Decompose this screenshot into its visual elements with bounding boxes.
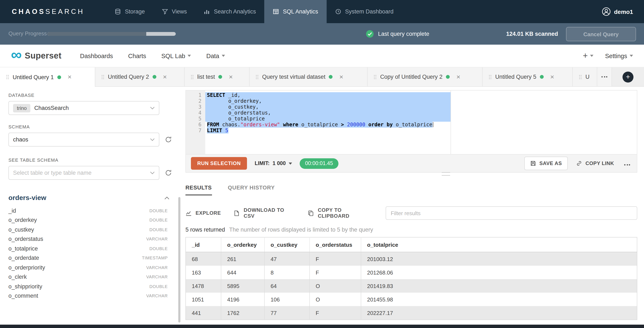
superset-header-right: + Settings — [583, 51, 633, 61]
refresh-tables-icon[interactable] — [165, 169, 172, 176]
code-token: o_custkey, — [207, 104, 259, 110]
results-tab-query-history[interactable]: QUERY HISTORY — [228, 184, 275, 195]
editor-code: SELECT _id, o_orderkey, o_custkey, o_ord… — [205, 92, 637, 154]
query-tab-1[interactable]: Untitled Query 1× — [0, 67, 95, 87]
table-cell: 68 — [186, 252, 221, 266]
copy-link-label: COPY LINK — [586, 160, 614, 166]
column-header[interactable]: o_orderkey — [221, 237, 264, 252]
query-tab-3[interactable]: list test× — [184, 67, 250, 86]
superset-logo[interactable]: ∞ Superset — [11, 49, 62, 62]
copy-link-button[interactable]: COPY LINK — [576, 160, 614, 166]
query-tab-7[interactable]: U — [573, 67, 597, 86]
save-as-label: SAVE AS — [539, 160, 562, 166]
column-header[interactable]: o_orderstatus — [310, 237, 361, 252]
grip-icon — [579, 74, 582, 80]
topnav-item-views[interactable]: Views — [153, 0, 195, 23]
download-to-csv-button[interactable]: DOWNLOAD TO CSV — [234, 207, 295, 219]
user-menu[interactable]: demo1 — [591, 0, 644, 23]
run-selection-button[interactable]: RUN SELECTION — [191, 157, 247, 170]
results-tab-results[interactable]: RESULTS — [186, 184, 212, 195]
refresh-schema-icon[interactable] — [165, 136, 172, 143]
tab-label: U — [586, 74, 590, 80]
code-token: order — [368, 122, 384, 128]
top-navbar: CHAOSSEARCH StorageViewsSearch Analytics… — [0, 0, 644, 23]
grip-icon — [374, 74, 377, 80]
query-tab-6[interactable]: Untitled Query 5× — [482, 67, 573, 86]
collapse-table-icon[interactable] — [164, 196, 173, 200]
sidebar-scrollbar[interactable] — [178, 197, 180, 323]
more-options-button[interactable] — [622, 160, 632, 167]
resize-handle[interactable] — [442, 172, 450, 176]
new-tab-button[interactable]: + — [622, 71, 634, 82]
filter-results-input[interactable] — [386, 206, 637, 220]
settings-label: Settings — [605, 52, 627, 59]
superset-header: ∞ Superset DashboardsChartsSQL LabData +… — [0, 45, 644, 67]
column-header[interactable]: o_custkey — [264, 237, 310, 252]
superset-nav-dashboards[interactable]: Dashboards — [80, 52, 113, 59]
superset-nav-data[interactable]: Data — [206, 52, 225, 59]
user-label: demo1 — [614, 8, 633, 15]
tab-close-icon[interactable]: × — [550, 73, 554, 80]
topnav-item-label: Search Analytics — [214, 8, 256, 15]
progress-track — [47, 32, 176, 36]
tab-overflow-button[interactable] — [597, 67, 612, 86]
topnav-item-system-dashboard[interactable]: System Dashboard — [327, 0, 402, 23]
search-analytics-icon — [204, 8, 210, 15]
superset-nav-label: Data — [206, 52, 219, 59]
gutter-line-number: 7 — [186, 128, 205, 133]
limit-dropdown[interactable]: LIMIT: 1 000 — [254, 160, 292, 166]
table-cell: 77 — [264, 306, 310, 320]
table-schema-header[interactable]: orders-view — [8, 194, 173, 202]
code-token: SELECT — [207, 92, 225, 98]
settings-menu[interactable]: Settings — [605, 52, 633, 59]
column-type: VARCHAR — [146, 237, 168, 242]
tab-close-icon[interactable]: × — [68, 74, 72, 80]
tab-status-dot — [57, 75, 61, 79]
query-tab-4[interactable]: Query test virtual dataset× — [250, 67, 368, 86]
save-as-button[interactable]: SAVE AS — [524, 157, 568, 170]
table-cell: 201455.98 — [361, 293, 637, 306]
table-row: 1478589564O201419.83 — [186, 279, 637, 293]
tab-status-dot — [152, 75, 156, 79]
explore-button[interactable]: EXPLORE — [186, 210, 221, 216]
superset-nav-label: SQL Lab — [162, 52, 185, 59]
rows-limit-note: The number of rows displayed is limited … — [229, 227, 373, 233]
add-new-button[interactable]: + — [583, 51, 593, 61]
tab-close-icon[interactable]: × — [339, 73, 343, 80]
sql-editor[interactable]: 1234567 SELECT _id, o_orderkey, o_custke… — [186, 90, 637, 154]
system-dashboard-icon — [335, 8, 342, 15]
table-column-row: o_totalpriceDOUBLE — [8, 244, 173, 253]
table-row: 6826147F201003.12 — [186, 252, 637, 266]
copy-to-clipboard-button[interactable]: COPY TO CLIPBOARD — [308, 207, 373, 219]
superset-nav-sql-lab[interactable]: SQL Lab — [162, 52, 191, 59]
database-select[interactable]: trino ChaosSearch — [8, 101, 159, 115]
superset-nav-label: Charts — [128, 52, 146, 59]
tab-close-icon[interactable]: × — [163, 73, 167, 80]
table-cell: O — [310, 279, 361, 293]
chaossearch-logo[interactable]: CHAOSSEARCH — [0, 0, 97, 23]
table-select[interactable]: Select table or type table name — [8, 166, 159, 180]
schema-select[interactable]: chaos — [8, 133, 159, 147]
topnav-item-storage[interactable]: Storage — [106, 0, 154, 23]
cancel-query-button[interactable]: Cancel Query — [566, 27, 636, 41]
query-tab-2[interactable]: Untitled Query 2× — [95, 67, 184, 86]
tab-status-dot — [540, 75, 544, 79]
gutter-line-number: 5 — [186, 116, 205, 122]
column-header[interactable]: o_totalprice — [361, 237, 637, 252]
code-token: where — [283, 122, 298, 128]
query-tabbar: Untitled Query 1×Untitled Query 2×list t… — [0, 67, 644, 87]
rows-returned: 5 rows returned — [186, 227, 225, 233]
editor-toolbar: RUN SELECTION LIMIT: 1 000 00:00:01.45 S… — [186, 154, 637, 172]
column-header[interactable]: _id — [186, 237, 221, 252]
schema-value: chaos — [13, 136, 28, 143]
topnav-item-search-analytics[interactable]: Search Analytics — [195, 0, 264, 23]
topnav-item-label: Views — [172, 8, 187, 15]
chevron-down-icon — [188, 55, 191, 57]
tab-close-icon[interactable]: × — [229, 73, 233, 80]
superset-nav-charts[interactable]: Charts — [128, 52, 146, 59]
tab-close-icon[interactable]: × — [456, 73, 460, 80]
query-tab-5[interactable]: Copy of Untitled Query 2× — [368, 67, 482, 86]
table-cell: 1051 — [186, 293, 221, 306]
topnav-item-sql-analytics[interactable]: SQL Analytics — [264, 0, 327, 23]
table-cell: 201003.12 — [361, 252, 637, 266]
